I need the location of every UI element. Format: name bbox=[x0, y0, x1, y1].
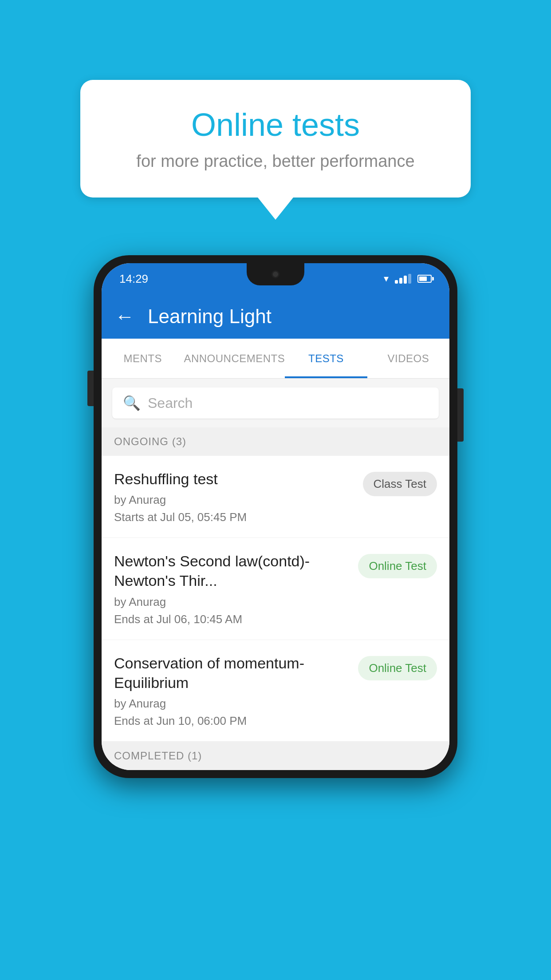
signal-bar-2 bbox=[399, 278, 402, 284]
speech-bubble-arrow bbox=[258, 198, 293, 220]
battery-fill bbox=[419, 277, 427, 281]
speech-bubble: Online tests for more practice, better p… bbox=[80, 80, 471, 198]
test-item-1[interactable]: Reshuffling test by Anurag Starts at Jul… bbox=[102, 456, 449, 538]
search-input-wrapper[interactable]: 🔍 Search bbox=[112, 387, 439, 419]
test-date-2: Ends at Jul 06, 10:45 AM bbox=[114, 612, 349, 626]
phone-inner: 14:29 ▾ bbox=[102, 263, 449, 770]
search-icon: 🔍 bbox=[123, 395, 141, 411]
test-author-2: by Anurag bbox=[114, 595, 349, 609]
test-title-2: Newton's Second law(contd)-Newton's Thir… bbox=[114, 551, 349, 590]
completed-section-header: COMPLETED (1) bbox=[102, 742, 449, 770]
test-item-2[interactable]: Newton's Second law(contd)-Newton's Thir… bbox=[102, 538, 449, 640]
test-list: Reshuffling test by Anurag Starts at Jul… bbox=[102, 456, 449, 742]
test-info-3: Conservation of momentum-Equilibrium by … bbox=[114, 653, 358, 728]
status-time: 14:29 bbox=[119, 272, 148, 286]
tab-bar: MENTS ANNOUNCEMENTS TESTS VIDEOS bbox=[102, 339, 449, 379]
search-container: 🔍 Search bbox=[102, 379, 449, 427]
test-date-1: Starts at Jul 05, 05:45 PM bbox=[114, 510, 354, 524]
back-button[interactable]: ← bbox=[115, 305, 134, 328]
tab-tests[interactable]: TESTS bbox=[285, 339, 367, 378]
phone-outer: 14:29 ▾ bbox=[94, 255, 457, 778]
notch bbox=[247, 263, 304, 285]
test-info-2: Newton's Second law(contd)-Newton's Thir… bbox=[114, 551, 358, 626]
tab-videos[interactable]: VIDEOS bbox=[367, 339, 449, 378]
test-badge-1: Class Test bbox=[363, 472, 437, 496]
test-info-1: Reshuffling test by Anurag Starts at Jul… bbox=[114, 469, 363, 524]
ongoing-section-header: ONGOING (3) bbox=[102, 427, 449, 456]
test-author-1: by Anurag bbox=[114, 493, 354, 507]
test-badge-2: Online Test bbox=[358, 554, 437, 578]
test-badge-3: Online Test bbox=[358, 656, 437, 680]
tab-announcements[interactable]: ANNOUNCEMENTS bbox=[184, 339, 285, 378]
speech-bubble-subtitle: for more practice, better performance bbox=[111, 152, 440, 171]
test-title-3: Conservation of momentum-Equilibrium bbox=[114, 653, 349, 692]
app-bar-title: Learning Light bbox=[148, 305, 272, 328]
notch-camera bbox=[272, 270, 279, 278]
test-date-3: Ends at Jun 10, 06:00 PM bbox=[114, 714, 349, 728]
speech-bubble-title: Online tests bbox=[111, 107, 440, 143]
signal-bars-icon bbox=[395, 274, 411, 284]
wifi-icon: ▾ bbox=[384, 273, 389, 285]
status-bar: 14:29 ▾ bbox=[102, 263, 449, 294]
signal-bar-1 bbox=[395, 280, 398, 284]
battery-icon bbox=[417, 275, 432, 283]
app-bar: ← Learning Light bbox=[102, 294, 449, 339]
test-item-3[interactable]: Conservation of momentum-Equilibrium by … bbox=[102, 640, 449, 742]
signal-bar-4 bbox=[408, 274, 411, 284]
tab-ments[interactable]: MENTS bbox=[102, 339, 184, 378]
test-title-1: Reshuffling test bbox=[114, 469, 354, 489]
speech-bubble-container: Online tests for more practice, better p… bbox=[80, 80, 471, 220]
signal-bar-3 bbox=[404, 276, 407, 284]
search-placeholder: Search bbox=[148, 395, 193, 411]
status-icons: ▾ bbox=[384, 273, 432, 285]
phone-wrapper: 14:29 ▾ bbox=[94, 255, 457, 778]
test-author-3: by Anurag bbox=[114, 697, 349, 711]
